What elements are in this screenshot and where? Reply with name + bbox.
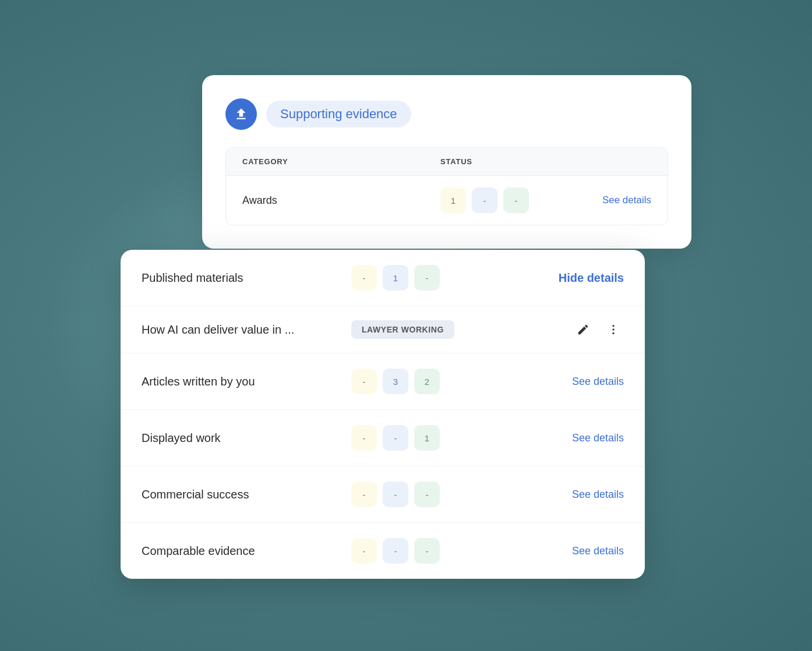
- row-badges-published: - 1 -: [351, 265, 468, 291]
- lawyer-working-row: How AI can deliver value in ... LAWYER W…: [121, 306, 645, 353]
- badge-yellow-commercial: -: [351, 482, 377, 507]
- upload-icon-circle[interactable]: [225, 98, 257, 130]
- col-category-header: CATEGORY: [242, 157, 440, 166]
- see-details-comparable[interactable]: See details: [468, 545, 624, 557]
- see-details-articles[interactable]: See details: [468, 376, 624, 388]
- row-category-articles: Articles written by you: [142, 375, 351, 388]
- row-badges-awards: 1 - -: [440, 187, 557, 213]
- row-category-published: Published materials: [142, 271, 351, 285]
- lawyer-working-badge: LAWYER WORKING: [351, 320, 454, 339]
- table-header: CATEGORY STATUS: [226, 148, 668, 176]
- table-row: Commercial success - - - See details: [121, 466, 645, 523]
- row-category-comparable: Comparable evidence: [142, 544, 351, 558]
- table-row: Awards 1 - - See details: [226, 176, 668, 225]
- badge-green-comparable: -: [414, 538, 440, 564]
- row-category-commercial: Commercial success: [142, 488, 351, 501]
- badge-yellow-awards: 1: [440, 187, 466, 213]
- badge-blue-awards: -: [472, 187, 497, 213]
- col-status-header: STATUS: [440, 157, 557, 166]
- edit-button[interactable]: [573, 319, 594, 340]
- table-row: Published materials - 1 - Hide details: [121, 250, 645, 306]
- row-badges-commercial: - - -: [351, 482, 468, 507]
- evidence-table: CATEGORY STATUS Awards 1 - - See details: [225, 147, 668, 225]
- svg-point-0: [612, 325, 614, 327]
- row-badges-articles: - 3 2: [351, 369, 468, 394]
- badge-blue-displayed: -: [383, 425, 408, 451]
- more-vert-icon: [607, 323, 620, 336]
- badge-yellow-articles: -: [351, 369, 377, 394]
- back-card: Supporting evidence CATEGORY STATUS Awar…: [202, 75, 691, 249]
- edit-icon: [577, 323, 589, 336]
- badge-green-articles: 2: [414, 369, 440, 394]
- badge-blue-commercial: -: [383, 482, 408, 507]
- more-options-button[interactable]: [603, 319, 624, 340]
- upload-icon: [234, 107, 249, 122]
- badge-green-commercial: -: [414, 482, 440, 507]
- badge-yellow-comparable: -: [351, 538, 377, 564]
- badge-green-displayed: 1: [414, 425, 440, 451]
- badge-yellow-displayed: -: [351, 425, 377, 451]
- badge-blue-articles: 3: [383, 369, 408, 394]
- see-details-displayed[interactable]: See details: [468, 432, 624, 444]
- badge-green-published: -: [414, 265, 440, 291]
- hide-details-button[interactable]: Hide details: [468, 271, 624, 285]
- table-row: Displayed work - - 1 See details: [121, 410, 645, 466]
- row-badges-displayed: - - 1: [351, 425, 468, 451]
- front-card: Published materials - 1 - Hide details H…: [121, 250, 645, 579]
- supporting-evidence-label: Supporting evidence: [266, 101, 411, 128]
- row-badges-comparable: - - -: [351, 538, 468, 564]
- see-details-awards[interactable]: See details: [557, 194, 651, 206]
- table-row: Articles written by you - 3 2 See detail…: [121, 353, 645, 410]
- svg-point-2: [612, 332, 614, 334]
- badge-green-awards: -: [503, 187, 529, 213]
- svg-point-1: [612, 328, 614, 330]
- back-card-header: Supporting evidence: [225, 98, 668, 130]
- row-action-icons: [454, 319, 624, 340]
- badge-yellow-published: -: [351, 265, 377, 291]
- row-category-displayed: Displayed work: [142, 431, 351, 445]
- badge-blue-published: 1: [383, 265, 408, 291]
- see-details-commercial[interactable]: See details: [468, 489, 624, 501]
- row-category-ai-article: How AI can deliver value in ...: [142, 323, 351, 337]
- table-row: Comparable evidence - - - See details: [121, 523, 645, 579]
- badge-blue-comparable: -: [383, 538, 408, 564]
- row-category-awards: Awards: [242, 194, 440, 207]
